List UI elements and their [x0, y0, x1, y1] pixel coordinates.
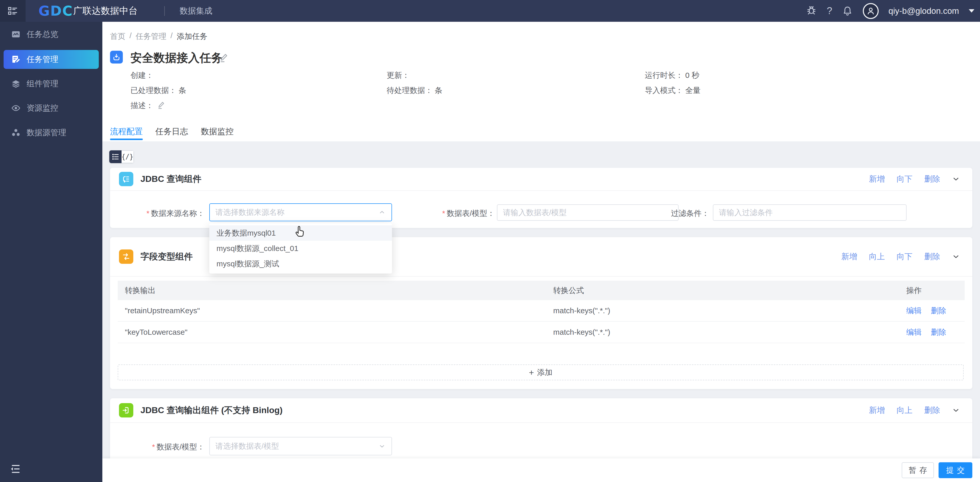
user-avatar[interactable] [863, 3, 879, 19]
task-type-icon [110, 51, 123, 64]
submit-button[interactable]: 提交 [939, 462, 972, 478]
sidebar-collapse-icon[interactable] [9, 463, 21, 475]
meta-created: 创建： [130, 70, 154, 81]
task-overview-icon [11, 30, 21, 39]
sidebar-item-task-overview[interactable]: 任务总览 [3, 25, 99, 44]
jdbc-query-card-title: JDBC 查询组件 [140, 173, 201, 185]
top-header: GDC 广联达数据中台 数据集成 ? [0, 0, 980, 22]
meta-runtime-value: 0 秒 [685, 71, 699, 80]
sidebar-item-label: 数据源管理 [27, 127, 66, 138]
sidebar-item-label: 任务管理 [27, 54, 58, 65]
monitor-eye-icon [11, 104, 21, 113]
collapse-menu-button[interactable] [0, 0, 25, 22]
output-table-model-label: *数据表/模型： [135, 442, 205, 452]
jdbc-output-card-title: JDBC 查询输出组件 (不支持 Binlog) [140, 404, 283, 416]
sidebar-item-task-management[interactable]: 任务管理 [3, 50, 99, 69]
meta-pending-value: 条 [435, 86, 442, 94]
filter-label: 过滤条件： [652, 208, 709, 219]
source-name-select[interactable]: 请选择数据来源名称 [209, 203, 392, 221]
edit-row-link[interactable]: 编辑 [906, 306, 922, 316]
source-name-label: *数据来源名称： [135, 208, 205, 219]
row-output: "retainUpstreamKeys" [118, 306, 553, 315]
move-up-link[interactable]: 向上 [869, 251, 885, 262]
edit-row-link[interactable]: 编辑 [906, 327, 922, 338]
add-component-link[interactable]: 新增 [841, 251, 857, 262]
move-down-link[interactable]: 向下 [897, 251, 912, 262]
view-mode-toggle: {/} [109, 150, 134, 163]
user-menu-caret-icon[interactable] [969, 9, 974, 13]
chevron-down-icon [378, 442, 386, 450]
breadcrumb: 首页 / 任务管理 / 添加任务 [110, 31, 207, 42]
breadcrumb-home[interactable]: 首页 [110, 31, 126, 42]
sidebar-item-resource-monitor[interactable]: 资源监控 [3, 99, 99, 118]
save-draft-button[interactable]: 暂存 [902, 462, 934, 478]
add-transform-row-button[interactable]: + 添加 [118, 364, 964, 380]
nav-data-integration[interactable]: 数据集成 [180, 0, 212, 22]
filter-input[interactable]: 请输入过滤条件 [713, 204, 907, 221]
page-header-section [102, 22, 980, 141]
meta-processed-value: 条 [178, 86, 186, 94]
transform-table: 转换输出 转换公式 操作 "retainUpstreamKeys" match-… [118, 281, 965, 364]
breadcrumb-current: 添加任务 [177, 31, 207, 42]
delete-row-link[interactable]: 删除 [931, 306, 946, 316]
transform-card-actions: 新增 向上 向下 删除 [841, 237, 960, 276]
footer-action-bar: 暂存 提交 [102, 458, 980, 482]
help-icon[interactable]: ? [827, 5, 832, 16]
meta-description: 描述： [130, 101, 166, 111]
breadcrumb-separator: / [170, 31, 172, 42]
delete-component-link[interactable]: 删除 [924, 251, 940, 262]
page-title: 安全数据接入任务 [130, 50, 223, 65]
move-up-link[interactable]: 向上 [897, 405, 912, 416]
tab-flow-config[interactable]: 流程配置 [110, 126, 143, 137]
row-output: "keyToLowercase" [118, 328, 553, 337]
list-view-button[interactable] [109, 150, 121, 163]
delete-component-link[interactable]: 删除 [924, 174, 940, 184]
jdbc-query-card: JDBC 查询组件 新增 向下 删除 *数据来源名称： 请选择数据来源名称 *数… [110, 168, 972, 228]
collapse-card-chevron-icon[interactable] [952, 175, 960, 183]
jdbc-query-card-header: JDBC 查询组件 新增 向下 删除 [110, 168, 972, 191]
col-header-formula: 转换公式 [553, 285, 906, 296]
table-model-input[interactable]: 请输入数据表/模型 [497, 204, 679, 221]
table-row: "retainUpstreamKeys" match-keys(".*.") 编… [118, 300, 965, 322]
tab-data-monitor[interactable]: 数据监控 [201, 126, 234, 137]
add-component-link[interactable]: 新增 [869, 405, 885, 416]
add-component-link[interactable]: 新增 [869, 174, 885, 184]
move-down-link[interactable]: 向下 [897, 174, 912, 184]
user-email[interactable]: qiy-b@glodon.com [888, 6, 959, 16]
notifications-bell-icon[interactable] [842, 5, 853, 17]
dropdown-option[interactable]: 业务数据mysql01 [209, 225, 392, 241]
title-edit-icon[interactable] [219, 53, 229, 63]
chevron-up-icon [378, 209, 386, 216]
transform-table-header: 转换输出 转换公式 操作 [118, 281, 965, 300]
output-table-model-select[interactable]: 请选择数据表/模型 [209, 437, 392, 455]
active-tab-indicator [110, 139, 143, 140]
meta-updated: 更新： [387, 70, 410, 81]
app-root: GDC 广联达数据中台 数据集成 ? [0, 0, 980, 482]
source-name-placeholder: 请选择数据来源名称 [215, 207, 378, 218]
transform-icon [119, 249, 133, 264]
required-mark: * [442, 209, 445, 217]
dropdown-option[interactable]: mysql数据源_测试 [209, 256, 392, 271]
json-view-button[interactable]: {/} [121, 150, 134, 163]
bug-report-icon[interactable] [806, 5, 817, 17]
plus-icon: + [529, 367, 534, 378]
required-mark: * [146, 209, 150, 217]
delete-row-link[interactable]: 删除 [931, 327, 946, 338]
row-formula: match-keys(".*.") [553, 306, 906, 315]
delete-component-link[interactable]: 删除 [924, 405, 940, 416]
description-edit-icon[interactable] [157, 101, 166, 110]
collapse-card-chevron-icon[interactable] [952, 252, 960, 261]
add-row-label: 添加 [537, 367, 552, 378]
collapse-card-chevron-icon[interactable] [952, 406, 960, 414]
sidebar-item-datasource-management[interactable]: 数据源管理 [3, 123, 99, 142]
meta-import-mode: 导入模式：全量 [645, 85, 701, 96]
components-layers-icon [11, 79, 21, 88]
breadcrumb-task-management[interactable]: 任务管理 [135, 31, 166, 42]
jdbc-output-card-header: JDBC 查询输出组件 (不支持 Binlog) 新增 向上 删除 [110, 398, 972, 423]
sidebar-item-label: 组件管理 [27, 78, 58, 89]
table-model-placeholder: 请输入数据表/模型 [503, 207, 673, 218]
sidebar-item-component-management[interactable]: 组件管理 [3, 74, 99, 93]
tab-task-log[interactable]: 任务日志 [155, 126, 188, 137]
dropdown-option[interactable]: mysql数据源_collect_01 [209, 241, 392, 256]
col-header-operations: 操作 [906, 285, 965, 296]
